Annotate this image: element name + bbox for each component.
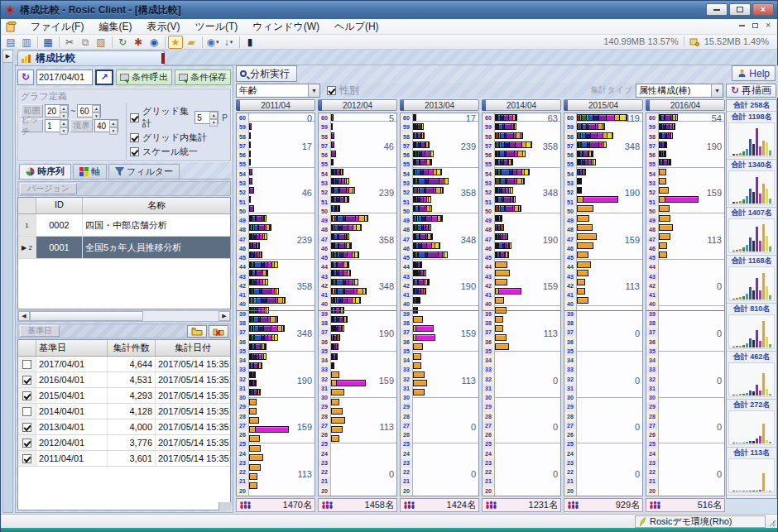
run-analysis-button[interactable]: 分析実行 — [236, 65, 297, 82]
agg-type-select[interactable]: 属性構成(棒)▼ — [636, 84, 723, 98]
condition-save-button[interactable]: 条件保存 — [175, 69, 231, 85]
mdi-close-icon[interactable]: × — [766, 22, 771, 30]
base-date-row[interactable]: 2016/04/014,5312017/05/14 15:35:1 — [18, 372, 230, 388]
grid-size-spinner[interactable]: 5▲▼ — [194, 111, 219, 124]
tools-icon[interactable]: ✱ — [131, 36, 146, 49]
age-tick: 21 — [237, 477, 248, 486]
new-window-icon[interactable]: ▤ — [3, 36, 18, 49]
bar-segment — [428, 141, 430, 148]
base-date-input[interactable] — [37, 70, 92, 84]
mini-bar — [766, 142, 768, 156]
tab-filter[interactable]: フィルター — [108, 164, 180, 179]
favorite-icon[interactable]: ★ — [168, 36, 183, 49]
menu-item-3[interactable]: ツール(T) — [187, 19, 245, 34]
menu-item-5[interactable]: ヘルプ(H) — [327, 19, 387, 34]
web-export-icon[interactable]: ◉▾ — [205, 36, 220, 49]
refresh-icon[interactable]: ↻ — [115, 36, 130, 49]
help-button[interactable]: Help — [732, 65, 776, 81]
close-button[interactable]: × — [752, 3, 774, 16]
base-date-checkbox[interactable] — [22, 360, 31, 369]
base-date-row[interactable]: 2017/04/014,6442017/05/14 15:35:1 — [18, 357, 230, 372]
globe-icon[interactable]: ◉ — [146, 36, 161, 49]
base-date-row[interactable]: 2013/04/014,0002017/05/14 15:35:1 — [18, 419, 230, 435]
version-row[interactable]: 10002四国・中部店舗分析 — [18, 214, 230, 237]
paste-icon[interactable]: ▨ — [94, 36, 108, 49]
range-from-spinner[interactable]: 20▲▼ — [45, 104, 69, 117]
delete-folder-button[interactable] — [209, 325, 228, 338]
menu-item-1[interactable]: 編集(E) — [91, 19, 139, 34]
condition-load-button[interactable]: 条件呼出 — [116, 69, 172, 85]
expand-date-button[interactable]: ↗ — [95, 69, 113, 85]
year-column: 2011/04605958575655545352515049484746454… — [236, 99, 315, 512]
boundary-spinner[interactable]: 40▲▼ — [94, 119, 118, 132]
year-header[interactable]: 2011/04 — [236, 99, 315, 111]
version-row[interactable]: ▶ 20001全国5ヵ年人員推移分析 — [18, 237, 230, 259]
base-date-table-header: 基準日 集計件数 集計日付 — [18, 340, 230, 357]
base-date-row[interactable]: 2011/04/013,6012017/05/14 15:35:1 — [18, 451, 230, 467]
mdi-minimize-icon[interactable] — [739, 25, 745, 26]
year-header[interactable]: 2012/04 — [318, 99, 397, 111]
bar-segment — [249, 417, 259, 424]
grid-aggregate-checkbox[interactable] — [130, 113, 139, 122]
folder-icon[interactable]: ▰ — [184, 36, 199, 49]
date-refresh-button[interactable]: ↻ — [17, 69, 34, 85]
age-tick: 37 — [483, 328, 494, 337]
base-date-checkbox[interactable] — [22, 391, 31, 400]
redraw-button[interactable]: ↻再描画 — [726, 84, 776, 98]
scroll-track[interactable] — [30, 311, 219, 321]
pitch-spinner[interactable]: 1▲▼ — [45, 119, 69, 132]
copy-icon[interactable]: ⧉ — [78, 36, 93, 49]
cascade-window-icon[interactable]: ▥ — [19, 36, 34, 49]
age-tick: 47 — [319, 234, 330, 243]
base-date-row[interactable]: 2012/04/013,7762017/05/14 15:35:1 — [18, 435, 230, 451]
maximize-button[interactable] — [729, 3, 751, 16]
menu-item-0[interactable]: ファイル(F) — [23, 19, 91, 34]
tab-kousei-hikaku[interactable]: 構成比較 — [17, 50, 165, 65]
age-tick: 35 — [483, 347, 494, 356]
age-tick: 38 — [401, 319, 412, 328]
age-tick: 26 — [401, 430, 412, 439]
age-axis: 6059585756555453525150494847464544434241… — [564, 113, 577, 496]
save-icon[interactable]: ▦ — [41, 36, 55, 49]
base-date-row[interactable]: 2014/04/014,1282017/05/14 15:35:1 — [18, 404, 230, 419]
axis-select[interactable]: 年齢▼ — [236, 84, 320, 98]
base-date-checkbox[interactable] — [22, 439, 31, 448]
year-header[interactable]: 2016/04 — [646, 99, 725, 111]
range-to-spinner[interactable]: 60▲▼ — [77, 104, 101, 117]
date-dropdown-button[interactable] — [219, 502, 231, 510]
age-bar-row — [577, 453, 642, 463]
panel-expand-button[interactable]: ▶ — [3, 50, 12, 63]
base-date-row[interactable]: 2015/04/014,2932017/05/14 15:35:1 — [18, 388, 230, 404]
base-date-checkbox[interactable] — [22, 407, 31, 416]
menu-item-2[interactable]: 表示(V) — [139, 19, 187, 34]
year-header-accent — [482, 99, 486, 111]
base-date-checkbox[interactable] — [22, 454, 31, 463]
download-icon[interactable]: ↓▾ — [221, 36, 236, 49]
year-header[interactable]: 2015/04 — [564, 99, 643, 111]
year-header[interactable]: 2014/04 — [482, 99, 561, 111]
age-bar-row — [413, 407, 478, 416]
scroll-right-arrow[interactable]: ▶ — [219, 311, 230, 321]
minimize-button[interactable] — [706, 3, 728, 16]
base-date-checkbox[interactable] — [22, 376, 31, 385]
mdi-restore-icon[interactable] — [752, 23, 758, 28]
age-bar-row — [659, 482, 724, 491]
cut-icon[interactable]: ✂ — [62, 36, 77, 49]
app-mark-icon[interactable]: ▮ — [243, 36, 257, 49]
tab-axis[interactable]: 軸 — [73, 164, 107, 179]
gender-checkbox[interactable] — [327, 86, 336, 95]
year-header[interactable]: 2013/04 — [400, 99, 479, 111]
open-folder-button[interactable] — [187, 325, 207, 338]
scroll-left-arrow[interactable]: ◀ — [18, 311, 30, 321]
menu-item-4[interactable]: ウィンドウ(W) — [245, 19, 327, 34]
grid-inner-checkbox[interactable] — [130, 133, 139, 142]
bar-segment — [249, 205, 254, 212]
scale-unify-checkbox[interactable] — [130, 147, 139, 156]
bar-segment — [603, 141, 607, 148]
age-tick: 37 — [401, 328, 412, 337]
age-tick: 49 — [483, 216, 494, 225]
resize-grip[interactable] — [767, 518, 776, 526]
tab-clock[interactable]: 時序列 — [19, 164, 71, 179]
age-tick: 59 — [483, 122, 494, 132]
base-date-checkbox[interactable] — [22, 423, 31, 432]
